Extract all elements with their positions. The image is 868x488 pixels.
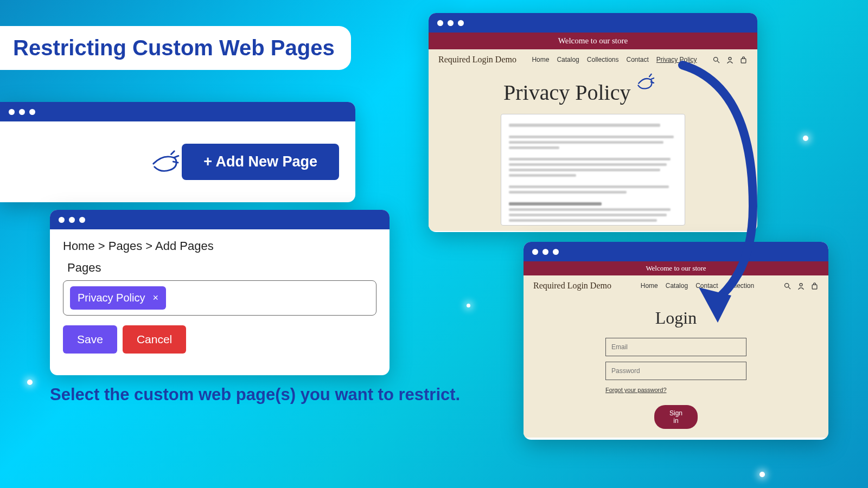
store-nav: Required Login Demo Home Catalog Collect…: [438, 49, 748, 68]
nav-privacy-policy[interactable]: Privacy Policy: [656, 56, 697, 63]
store-nav: Required Login Demo Home Catalog Contact…: [533, 275, 819, 294]
account-icon[interactable]: [797, 282, 805, 290]
svg-point-4: [784, 283, 789, 287]
cancel-button[interactable]: Cancel: [123, 325, 186, 354]
breadcrumb-pages[interactable]: Pages: [108, 239, 142, 253]
svg-point-2: [729, 57, 731, 60]
svg-line-5: [788, 287, 790, 289]
traffic-light-icon: [79, 217, 85, 223]
search-icon[interactable]: [712, 56, 720, 64]
nav-contact[interactable]: Contact: [695, 282, 718, 290]
email-field[interactable]: [605, 338, 746, 356]
cart-icon[interactable]: [739, 56, 748, 64]
traffic-light-icon: [9, 109, 15, 115]
nav-home[interactable]: Home: [532, 56, 549, 63]
add-page-window: + Add New Page: [0, 102, 355, 202]
store-page-title: Privacy Policy: [503, 80, 748, 105]
login-heading: Login: [533, 308, 819, 328]
cart-icon[interactable]: [810, 282, 819, 290]
glow-decoration: [27, 380, 33, 385]
store-announcement-bar: Welcome to our store: [524, 261, 828, 275]
remove-tag-icon[interactable]: ×: [152, 292, 158, 304]
store-privacy-window: Welcome to our store Required Login Demo…: [429, 13, 757, 232]
password-field[interactable]: [605, 362, 746, 380]
pages-tag-input[interactable]: Privacy Policy ×: [63, 280, 376, 316]
pointer-hand-icon: [635, 73, 654, 92]
store-brand[interactable]: Required Login Demo: [533, 281, 611, 291]
sign-in-button[interactable]: Sign in: [654, 405, 698, 429]
page-heading: Restricting Custom Web Pages: [0, 26, 351, 70]
traffic-light-icon: [437, 20, 443, 26]
svg-rect-7: [812, 285, 817, 289]
window-titlebar: [429, 13, 757, 33]
pages-field-label: Pages: [67, 261, 376, 275]
page-tag-label: Privacy Policy: [78, 292, 145, 304]
traffic-light-icon: [448, 20, 454, 26]
svg-rect-3: [741, 59, 746, 63]
breadcrumb-home[interactable]: Home: [63, 239, 95, 253]
breadcrumb: Home > Pages > Add Pages: [63, 239, 376, 253]
page-caption: Select the custom web page(s) you want t…: [50, 385, 460, 404]
traffic-light-icon: [542, 249, 548, 255]
svg-point-6: [800, 283, 802, 286]
pages-modal-window: Home > Pages > Add Pages Pages Privacy P…: [50, 210, 390, 375]
nav-home[interactable]: Home: [641, 282, 658, 290]
window-titlebar: [0, 102, 355, 121]
traffic-light-icon: [458, 20, 464, 26]
store-brand[interactable]: Required Login Demo: [438, 55, 516, 65]
save-button[interactable]: Save: [63, 325, 117, 354]
pointer-hand-icon: [148, 148, 180, 176]
svg-point-0: [713, 57, 718, 61]
breadcrumb-add: Add Pages: [155, 239, 214, 253]
forgot-password-link[interactable]: Forgot your password?: [605, 387, 746, 393]
page-tag: Privacy Policy ×: [70, 286, 166, 310]
glow-decoration: [467, 304, 470, 307]
glow-decoration: [803, 136, 808, 141]
search-icon[interactable]: [783, 282, 792, 290]
store-login-window: Welcome to our store Required Login Demo…: [524, 242, 828, 440]
breadcrumb-sep: >: [98, 239, 105, 253]
breadcrumb-sep: >: [145, 239, 152, 253]
blurred-content: [501, 114, 685, 226]
traffic-light-icon: [59, 217, 65, 223]
traffic-light-icon: [532, 249, 538, 255]
nav-catalog[interactable]: Catalog: [666, 282, 688, 290]
window-titlebar: [50, 210, 390, 229]
nav-catalog[interactable]: Catalog: [557, 56, 579, 63]
store-announcement-bar: Welcome to our store: [429, 33, 757, 49]
window-titlebar: [524, 242, 828, 261]
account-icon[interactable]: [726, 56, 734, 64]
add-new-page-button[interactable]: + Add New Page: [182, 144, 339, 180]
glow-decoration: [760, 472, 765, 477]
traffic-light-icon: [29, 109, 35, 115]
traffic-light-icon: [69, 217, 75, 223]
traffic-light-icon: [19, 109, 25, 115]
traffic-light-icon: [553, 249, 559, 255]
svg-line-1: [717, 61, 719, 63]
nav-contact[interactable]: Contact: [627, 56, 649, 63]
nav-collections[interactable]: Collections: [587, 56, 619, 63]
nav-collection[interactable]: Collection: [726, 282, 755, 290]
